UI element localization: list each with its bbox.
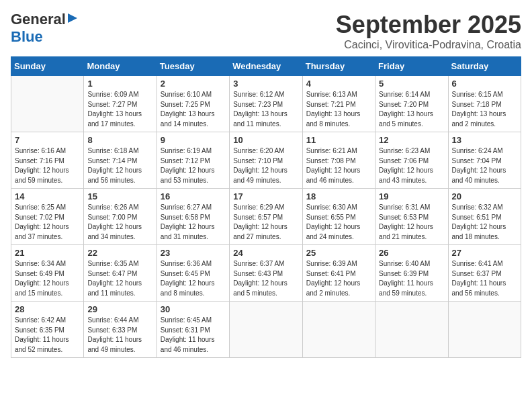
- logo-blue: Blue: [11, 28, 43, 45]
- calendar-cell: 9Sunrise: 6:19 AMSunset: 7:12 PMDaylight…: [157, 132, 229, 189]
- day-info: Sunrise: 6:44 AMSunset: 6:33 PMDaylight:…: [87, 316, 152, 355]
- calendar-cell: 7Sunrise: 6:16 AMSunset: 7:16 PMDaylight…: [11, 132, 84, 189]
- calendar-cell: 19Sunrise: 6:31 AMSunset: 6:53 PMDayligh…: [375, 189, 448, 245]
- day-number: 19: [379, 191, 444, 201]
- day-info: Sunrise: 6:15 AMSunset: 7:18 PMDaylight:…: [452, 90, 517, 129]
- day-info: Sunrise: 6:27 AMSunset: 6:58 PMDaylight:…: [161, 203, 226, 242]
- day-info: Sunrise: 6:19 AMSunset: 7:12 PMDaylight:…: [161, 146, 226, 185]
- day-number: 23: [161, 248, 226, 258]
- title-block: September 2025 Cacinci, Virovitica-Podra…: [336, 11, 521, 51]
- day-number: 24: [233, 248, 298, 258]
- day-number: 14: [15, 191, 80, 201]
- day-info: Sunrise: 6:45 AMSunset: 6:31 PMDaylight:…: [161, 316, 226, 355]
- day-info: Sunrise: 6:14 AMSunset: 7:20 PMDaylight:…: [379, 90, 444, 129]
- calendar-cell: [375, 302, 448, 358]
- day-header-tuesday: Tuesday: [157, 57, 229, 76]
- calendar-cell: 21Sunrise: 6:34 AMSunset: 6:49 PMDayligh…: [11, 245, 84, 302]
- calendar-cell: 20Sunrise: 6:32 AMSunset: 6:51 PMDayligh…: [448, 189, 521, 245]
- calendar-cell: 23Sunrise: 6:36 AMSunset: 6:45 PMDayligh…: [157, 245, 229, 302]
- day-info: Sunrise: 6:29 AMSunset: 6:57 PMDaylight:…: [233, 203, 298, 242]
- day-info: Sunrise: 6:24 AMSunset: 7:04 PMDaylight:…: [452, 146, 517, 185]
- day-header-sunday: Sunday: [11, 57, 84, 76]
- calendar-cell: 10Sunrise: 6:20 AMSunset: 7:10 PMDayligh…: [230, 132, 302, 189]
- day-info: Sunrise: 6:39 AMSunset: 6:41 PMDaylight:…: [306, 259, 371, 298]
- calendar-cell: 15Sunrise: 6:26 AMSunset: 7:00 PMDayligh…: [84, 189, 157, 245]
- calendar-cell: 27Sunrise: 6:41 AMSunset: 6:37 PMDayligh…: [448, 245, 521, 302]
- day-number: 16: [161, 191, 226, 201]
- calendar-cell: 16Sunrise: 6:27 AMSunset: 6:58 PMDayligh…: [157, 189, 229, 245]
- day-info: Sunrise: 6:41 AMSunset: 6:37 PMDaylight:…: [452, 259, 517, 298]
- calendar-week-row: 14Sunrise: 6:25 AMSunset: 7:02 PMDayligh…: [11, 189, 521, 245]
- calendar-cell: 3Sunrise: 6:12 AMSunset: 7:23 PMDaylight…: [230, 76, 302, 132]
- calendar-cell: 2Sunrise: 6:10 AMSunset: 7:25 PMDaylight…: [157, 76, 229, 132]
- day-info: Sunrise: 6:13 AMSunset: 7:21 PMDaylight:…: [306, 90, 371, 129]
- day-number: 30: [161, 304, 226, 314]
- day-info: Sunrise: 6:42 AMSunset: 6:35 PMDaylight:…: [15, 316, 80, 355]
- calendar-cell: 8Sunrise: 6:18 AMSunset: 7:14 PMDaylight…: [84, 132, 157, 189]
- calendar-cell: 24Sunrise: 6:37 AMSunset: 6:43 PMDayligh…: [230, 245, 302, 302]
- calendar-table: SundayMondayTuesdayWednesdayThursdayFrid…: [11, 56, 521, 358]
- calendar-cell: 4Sunrise: 6:13 AMSunset: 7:21 PMDaylight…: [302, 76, 375, 132]
- day-number: 4: [306, 79, 371, 89]
- day-info: Sunrise: 6:16 AMSunset: 7:16 PMDaylight:…: [15, 146, 80, 185]
- day-number: 25: [306, 248, 371, 258]
- day-number: 13: [452, 135, 517, 145]
- day-number: 7: [15, 135, 80, 145]
- day-number: 20: [452, 191, 517, 201]
- day-info: Sunrise: 6:36 AMSunset: 6:45 PMDaylight:…: [161, 259, 226, 298]
- day-info: Sunrise: 6:20 AMSunset: 7:10 PMDaylight:…: [233, 146, 298, 185]
- calendar-cell: 11Sunrise: 6:21 AMSunset: 7:08 PMDayligh…: [302, 132, 375, 189]
- calendar-cell: 1Sunrise: 6:09 AMSunset: 7:27 PMDaylight…: [84, 76, 157, 132]
- calendar-header-row: SundayMondayTuesdayWednesdayThursdayFrid…: [11, 57, 521, 76]
- svg-marker-0: [68, 13, 77, 23]
- calendar-cell: 13Sunrise: 6:24 AMSunset: 7:04 PMDayligh…: [448, 132, 521, 189]
- day-header-monday: Monday: [84, 57, 157, 76]
- location-subtitle: Cacinci, Virovitica-Podravina, Croatia: [336, 39, 521, 51]
- day-number: 15: [87, 191, 152, 201]
- calendar-cell: 30Sunrise: 6:45 AMSunset: 6:31 PMDayligh…: [157, 302, 229, 358]
- day-info: Sunrise: 6:10 AMSunset: 7:25 PMDaylight:…: [161, 90, 226, 129]
- calendar-cell: 18Sunrise: 6:30 AMSunset: 6:55 PMDayligh…: [302, 189, 375, 245]
- calendar-week-row: 1Sunrise: 6:09 AMSunset: 7:27 PMDaylight…: [11, 76, 521, 132]
- calendar-week-row: 28Sunrise: 6:42 AMSunset: 6:35 PMDayligh…: [11, 302, 521, 358]
- calendar-cell: 14Sunrise: 6:25 AMSunset: 7:02 PMDayligh…: [11, 189, 84, 245]
- day-number: 5: [379, 79, 444, 89]
- day-number: 28: [15, 304, 80, 314]
- day-number: 3: [233, 79, 298, 89]
- day-number: 18: [306, 191, 371, 201]
- day-number: 12: [379, 135, 444, 145]
- day-info: Sunrise: 6:21 AMSunset: 7:08 PMDaylight:…: [306, 146, 371, 185]
- day-info: Sunrise: 6:12 AMSunset: 7:23 PMDaylight:…: [233, 90, 298, 129]
- page-header: General Blue September 2025 Cacinci, Vir…: [11, 11, 521, 51]
- day-info: Sunrise: 6:26 AMSunset: 7:00 PMDaylight:…: [87, 203, 152, 242]
- calendar-cell: 22Sunrise: 6:35 AMSunset: 6:47 PMDayligh…: [84, 245, 157, 302]
- day-number: 27: [452, 248, 517, 258]
- day-number: 26: [379, 248, 444, 258]
- day-info: Sunrise: 6:40 AMSunset: 6:39 PMDaylight:…: [379, 259, 444, 298]
- day-number: 8: [87, 135, 152, 145]
- day-number: 9: [161, 135, 226, 145]
- day-number: 22: [87, 248, 152, 258]
- logo-general: General: [11, 11, 66, 28]
- calendar-cell: 6Sunrise: 6:15 AMSunset: 7:18 PMDaylight…: [448, 76, 521, 132]
- calendar-cell: 12Sunrise: 6:23 AMSunset: 7:06 PMDayligh…: [375, 132, 448, 189]
- day-number: 21: [15, 248, 80, 258]
- day-info: Sunrise: 6:32 AMSunset: 6:51 PMDaylight:…: [452, 203, 517, 242]
- calendar-cell: [448, 302, 521, 358]
- day-number: 2: [161, 79, 226, 89]
- day-number: 6: [452, 79, 517, 89]
- day-info: Sunrise: 6:37 AMSunset: 6:43 PMDaylight:…: [233, 259, 298, 298]
- calendar-week-row: 21Sunrise: 6:34 AMSunset: 6:49 PMDayligh…: [11, 245, 521, 302]
- day-info: Sunrise: 6:31 AMSunset: 6:53 PMDaylight:…: [379, 203, 444, 242]
- logo-arrow-icon: [66, 12, 79, 24]
- day-header-thursday: Thursday: [302, 57, 375, 76]
- day-info: Sunrise: 6:35 AMSunset: 6:47 PMDaylight:…: [87, 259, 152, 298]
- calendar-cell: 26Sunrise: 6:40 AMSunset: 6:39 PMDayligh…: [375, 245, 448, 302]
- day-info: Sunrise: 6:34 AMSunset: 6:49 PMDaylight:…: [15, 259, 80, 298]
- day-number: 1: [87, 79, 152, 89]
- day-info: Sunrise: 6:25 AMSunset: 7:02 PMDaylight:…: [15, 203, 80, 242]
- calendar-cell: 25Sunrise: 6:39 AMSunset: 6:41 PMDayligh…: [302, 245, 375, 302]
- calendar-cell: [230, 302, 302, 358]
- day-number: 29: [87, 304, 152, 314]
- calendar-week-row: 7Sunrise: 6:16 AMSunset: 7:16 PMDaylight…: [11, 132, 521, 189]
